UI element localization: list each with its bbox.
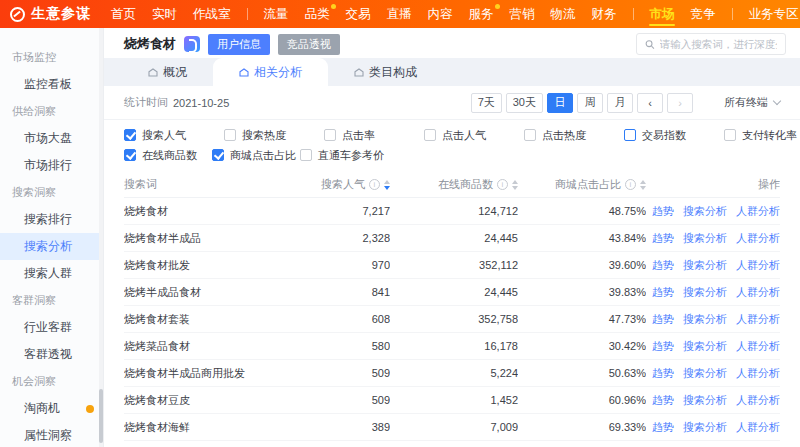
sidebar-scrollbar-track: [99, 28, 103, 447]
tab-category-composition[interactable]: 类目构成: [328, 58, 443, 86]
action-link[interactable]: 趋势: [652, 366, 674, 381]
action-link[interactable]: 人群分析: [736, 285, 780, 300]
nav-item[interactable]: 业务专区: [749, 0, 799, 28]
action-link[interactable]: 人群分析: [736, 366, 780, 381]
nav-item[interactable]: 直播: [387, 0, 412, 28]
nav-item[interactable]: 首页: [111, 0, 136, 28]
sidebar-item[interactable]: 市场排行: [0, 152, 103, 179]
nav-item[interactable]: 实时: [152, 0, 177, 28]
action-link[interactable]: 趋势: [652, 393, 674, 408]
checkbox[interactable]: [124, 129, 136, 141]
metric-checkbox-item[interactable]: 搜索热度: [224, 128, 324, 143]
action-link[interactable]: 搜索分析: [683, 231, 727, 246]
metric-checkbox-item[interactable]: 搜索人气: [124, 128, 224, 143]
metric-checkbox-item[interactable]: 点击率: [324, 128, 424, 143]
info-icon[interactable]: i: [369, 179, 380, 190]
sidebar-item[interactable]: 淘商机: [0, 395, 103, 422]
action-link[interactable]: 趋势: [652, 312, 674, 327]
search-input[interactable]: [660, 38, 777, 50]
action-link[interactable]: 搜索分析: [683, 204, 727, 219]
checkbox[interactable]: [624, 129, 636, 141]
nav-item[interactable]: 交易: [346, 0, 371, 28]
action-link[interactable]: 人群分析: [736, 231, 780, 246]
range-button[interactable]: 日: [547, 93, 573, 113]
action-link[interactable]: 趋势: [652, 258, 674, 273]
action-link[interactable]: 搜索分析: [683, 258, 727, 273]
metric-checkbox-item[interactable]: 点击热度: [524, 128, 624, 143]
app-shortcut-icon[interactable]: [184, 36, 200, 52]
action-link[interactable]: 人群分析: [736, 204, 780, 219]
sidebar-item[interactable]: 搜索分析: [0, 233, 103, 260]
checkbox[interactable]: [324, 129, 336, 141]
nav-item[interactable]: 品类: [305, 0, 330, 28]
sidebar-item[interactable]: 监控看板: [0, 71, 103, 98]
action-link[interactable]: 搜索分析: [683, 420, 727, 435]
nav-item[interactable]: 内容: [428, 0, 453, 28]
checkbox[interactable]: [224, 129, 236, 141]
prev-period-button[interactable]: ‹: [637, 93, 663, 113]
action-link[interactable]: 搜索分析: [683, 366, 727, 381]
action-link[interactable]: 搜索分析: [683, 339, 727, 354]
action-link[interactable]: 趋势: [652, 285, 674, 300]
sidebar-item[interactable]: 市场大盘: [0, 125, 103, 152]
user-info-button[interactable]: 用户信息: [208, 34, 270, 55]
nav-item[interactable]: 市场: [650, 0, 675, 28]
sidebar-item[interactable]: 行业客群: [0, 314, 103, 341]
checkbox[interactable]: [524, 129, 536, 141]
nav-item[interactable]: 流量: [264, 0, 289, 28]
tab-overview[interactable]: 概况: [122, 58, 213, 86]
action-link[interactable]: 趋势: [652, 231, 674, 246]
action-link[interactable]: 趋势: [652, 204, 674, 219]
range-button[interactable]: 周: [577, 93, 603, 113]
next-period-button[interactable]: ›: [667, 93, 693, 113]
action-link[interactable]: 人群分析: [736, 393, 780, 408]
nav-item[interactable]: 财务: [592, 0, 617, 28]
value-cell: 352,112: [390, 259, 518, 271]
nav-item[interactable]: 作战室: [193, 0, 231, 28]
action-link[interactable]: 人群分析: [736, 312, 780, 327]
metric-checkbox-item[interactable]: 直通车参考价: [300, 148, 388, 163]
nav-item[interactable]: 竞争: [691, 0, 716, 28]
sidebar-item[interactable]: 属性洞察: [0, 422, 103, 447]
tab-related-analysis[interactable]: 相关分析: [213, 58, 328, 86]
terminal-dropdown[interactable]: 所有终端: [724, 95, 780, 110]
checkbox[interactable]: [300, 149, 312, 161]
search-term-cell: 烧烤食材豆皮: [124, 393, 294, 408]
range-button[interactable]: 月: [607, 93, 633, 113]
action-link[interactable]: 搜索分析: [683, 393, 727, 408]
nav-item[interactable]: 物流: [551, 0, 576, 28]
range-button[interactable]: 30天: [506, 93, 543, 113]
metric-checkbox-item[interactable]: 在线商品数: [124, 148, 212, 163]
brand[interactable]: 生意参谋: [10, 5, 91, 23]
search-box[interactable]: [636, 33, 786, 55]
action-link[interactable]: 趋势: [652, 420, 674, 435]
metric-checkbox-item[interactable]: 商城点击占比: [212, 148, 300, 163]
sidebar-item[interactable]: 搜索排行: [0, 206, 103, 233]
sidebar-scrollbar-thumb[interactable]: [99, 389, 103, 443]
action-link[interactable]: 搜索分析: [683, 312, 727, 327]
info-icon[interactable]: i: [497, 179, 508, 190]
action-link[interactable]: 人群分析: [736, 420, 780, 435]
checkbox[interactable]: [124, 149, 136, 161]
nav-item[interactable]: 营销: [510, 0, 535, 28]
nav-item[interactable]: 服务: [469, 0, 494, 28]
checkbox[interactable]: [212, 149, 224, 161]
action-link[interactable]: 趋势: [652, 339, 674, 354]
action-link[interactable]: 搜索分析: [683, 285, 727, 300]
checkbox[interactable]: [424, 129, 436, 141]
metric-checkbox-item[interactable]: 交易指数: [624, 128, 724, 143]
sidebar-item-label: 搜索分析: [24, 239, 72, 253]
info-icon[interactable]: i: [625, 179, 636, 190]
nav-menu: 首页实时作战室流量品类交易直播内容服务营销物流财务市场竞争业务专区自助分析人群学…: [111, 0, 800, 28]
competitor-insight-button[interactable]: 竞品透视: [278, 34, 340, 55]
metric-checkbox-item[interactable]: 点击人气: [424, 128, 524, 143]
sidebar-item[interactable]: 客群透视: [0, 341, 103, 368]
range-button[interactable]: 7天: [471, 93, 502, 113]
sidebar-sections: 市场监控监控看板供给洞察市场大盘市场排行搜索洞察搜索排行搜索分析搜索人群客群洞察…: [0, 44, 103, 447]
action-link[interactable]: 人群分析: [736, 339, 780, 354]
sidebar-item[interactable]: 搜索人群: [0, 260, 103, 287]
checkbox[interactable]: [724, 129, 736, 141]
metric-checkbox-item[interactable]: 支付转化率: [724, 128, 800, 143]
search-terms-table: 搜索词搜索人气i在线商品数i商城点击占比i操作 烧烤食材7,217124,712…: [104, 172, 800, 447]
action-link[interactable]: 人群分析: [736, 258, 780, 273]
